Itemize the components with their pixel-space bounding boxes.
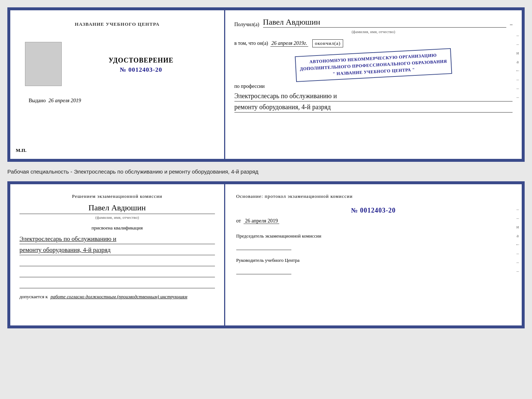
blank-line-1: [19, 257, 215, 266]
blank-line-3: [19, 279, 215, 288]
cert-title: УДОСТОВЕРЕНИЕ: [108, 57, 173, 64]
допускается-label: допускается к: [19, 294, 48, 299]
head-signature-line: [236, 265, 291, 274]
okonchil-label: окончил(а): [312, 39, 343, 47]
qualification-label: присвоена квалификация: [19, 225, 215, 231]
а-char: а: [517, 59, 519, 65]
arrow-char: ←: [515, 68, 520, 74]
date-line: от 26 апреля 2019: [236, 218, 511, 224]
osnov-title: Основание: протокол экзаменационной коми…: [236, 193, 511, 199]
fio-label-top: (фамилия, имя, отчество): [234, 29, 513, 34]
date-from-label: от: [236, 218, 241, 224]
resolution-title: Решением экзаменационной комиссии: [19, 193, 215, 199]
org-stamp: АВТОНОМНУЮ НЕКОММЕРЧЕСКУЮ ОРГАНИЗАЦИЮ ДО…: [295, 48, 452, 82]
vtom-label: в том, что он(а): [234, 40, 268, 46]
training-center-title: НАЗВАНИЕ УЧЕБНОГО ЦЕНТРА: [75, 21, 160, 27]
bottom-document: Решением экзаменационной комиссии Павел …: [7, 181, 525, 328]
profession-label: по профессии: [234, 83, 513, 89]
qualification-line1: Электрослесарь по обслуживанию и: [19, 234, 215, 244]
vtom-date: 26 апреля 2019г.: [270, 40, 308, 47]
recipient-name: Павел Авдюшин: [263, 18, 506, 28]
а-char-b: а: [517, 233, 519, 239]
и-char-b: и: [517, 224, 519, 230]
recipient-line: Получил(а) Павел Авдюшин –: [234, 18, 513, 28]
right-edge-decoration: – – и а ← – – –: [514, 10, 522, 159]
chairman-signature-line: [236, 241, 291, 250]
profession-line2: ремонту оборудования, 4-й разряд: [234, 102, 513, 113]
chairman-label: Председатель экзаменационной комиссии: [236, 233, 511, 239]
vtom-row: в том, что он(а) 26 апреля 2019г. окончи…: [234, 39, 513, 47]
top-document: НАЗВАНИЕ УЧЕБНОГО ЦЕНТРА УДОСТОВЕРЕНИЕ №…: [7, 7, 525, 162]
arrow-char-b: ←: [515, 242, 520, 247]
dash: –: [510, 22, 513, 28]
specialty-text: Рабочая специальность - Электрослесарь п…: [7, 165, 525, 178]
bottom-doc-left: Решением экзаменационной комиссии Павел …: [10, 184, 225, 325]
qualification-line2: ремонту оборудования, 4-й разряд: [19, 245, 215, 255]
bottom-right-edge: – – и а ← – – –: [514, 184, 522, 325]
и-char: и: [517, 50, 519, 56]
допускается-block: допускается к работе согласно должностны…: [19, 294, 215, 300]
photo-placeholder: [25, 42, 62, 86]
date-value: 26 апреля 2019: [244, 218, 279, 224]
chairman-block: Председатель экзаменационной комиссии: [236, 233, 511, 250]
issued-label: Выдано 26 апреля 2019: [29, 98, 81, 103]
issued-date: 26 апреля 2019: [48, 98, 81, 103]
top-doc-left: НАЗВАНИЕ УЧЕБНОГО ЦЕНТРА УДОСТОВЕРЕНИЕ №…: [10, 10, 225, 159]
protocol-number: № 0012403-20: [236, 207, 511, 214]
top-doc-right: Получил(а) Павел Авдюшин – (фамилия, имя…: [225, 10, 522, 159]
fio-label-bottom: (фамилия, имя, отчество): [19, 215, 215, 220]
profession-line1: Электрослесарь по обслуживанию и: [234, 91, 513, 101]
head-label: Руководитель учебного Центра: [236, 257, 511, 263]
person-name-bottom: Павел Авдюшин: [19, 203, 215, 214]
blank-line-2: [19, 268, 215, 277]
cert-number: № 0012403-20: [120, 66, 162, 74]
recipient-label: Получил(а): [234, 22, 259, 28]
mp-label: М.П.: [16, 147, 26, 153]
допускается-text: работе согласно должностным (производств…: [50, 294, 187, 299]
head-block: Руководитель учебного Центра: [236, 257, 511, 274]
bottom-doc-right: Основание: протокол экзаменационной коми…: [225, 184, 522, 325]
page-wrapper: НАЗВАНИЕ УЧЕБНОГО ЦЕНТРА УДОСТОВЕРЕНИЕ №…: [7, 7, 525, 328]
